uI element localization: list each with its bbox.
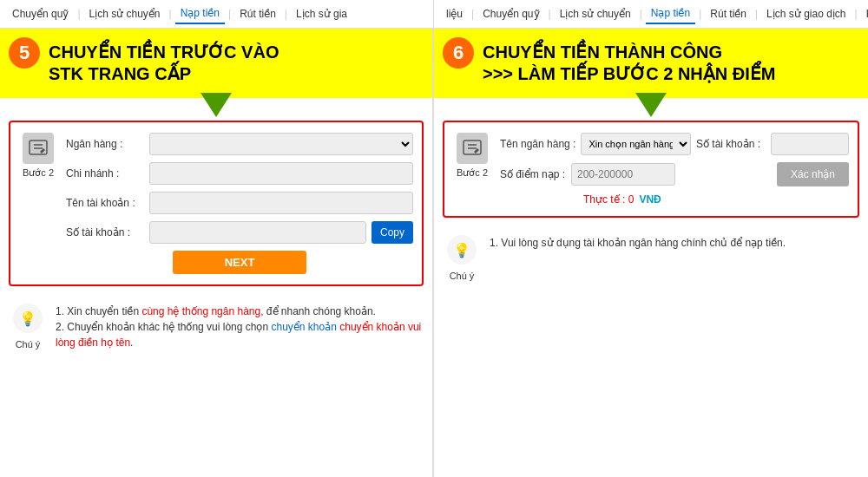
right-arrow-container xyxy=(434,93,868,117)
svg-rect-0 xyxy=(30,140,47,154)
right-panel: 6 CHUYỂN TIỀN THÀNH CÔNG>>> LÀM TIẾP BƯỚ… xyxy=(434,29,868,477)
left-step-form: Ngân hàng : Chi nhánh : Tên tài khoản : xyxy=(66,133,413,274)
right-step-form: Tên ngân hàng : Xin chọn ngân hàng Số tà… xyxy=(500,133,849,206)
thuc-te-label: Thực tế : 0 xyxy=(583,193,634,206)
chi-nhanh-row: Chi nhánh : xyxy=(66,162,413,185)
ten-tai-khoan-row: Tên tài khoản : xyxy=(66,192,413,214)
ten-tai-khoan-input[interactable] xyxy=(149,192,413,214)
left-arrow-container xyxy=(0,93,432,117)
main-content: 5 CHUYỂN TIỀN TRƯỚC VÀOSTK TRANG CẤP Bướ… xyxy=(0,29,868,477)
xac-nhan-button[interactable]: Xác nhận xyxy=(777,162,849,186)
nav-rut-tien-right[interactable]: Rút tiền xyxy=(705,4,752,23)
right-so-tai-khoan-input[interactable] xyxy=(771,133,849,155)
left-step-circle: 5 xyxy=(9,37,40,69)
so-tai-khoan-label: Số tài khoản : xyxy=(66,226,144,238)
ngan-hang-select[interactable] xyxy=(149,133,413,155)
right-arrow-down-icon xyxy=(635,93,667,117)
nav-lieu-right[interactable]: liệu xyxy=(441,4,468,23)
right-step-icon xyxy=(457,133,488,164)
right-step-circle: 6 xyxy=(443,37,474,69)
nav-chuyen-quy-left[interactable]: Chuyển quỹ xyxy=(7,4,74,23)
right-notes-label: Chú ý xyxy=(450,271,475,281)
so-tai-khoan-input[interactable] xyxy=(149,221,366,244)
svg-rect-3 xyxy=(464,140,481,154)
nav-lich-su-gia-left[interactable]: Lịch sử gia xyxy=(291,4,352,23)
nav-nap-tien-right[interactable]: Nạp tiền xyxy=(646,3,695,24)
left-step-icon xyxy=(23,133,54,164)
right-hero-text: CHUYỂN TIỀN THÀNH CÔNG>>> LÀM TIẾP BƯỚC … xyxy=(483,42,775,85)
ngan-hang-label: Ngân hàng : xyxy=(66,138,144,150)
right-step-icon-col: Bước 2 xyxy=(453,133,491,179)
so-tai-khoan-row: Số tài khoản : Copy xyxy=(66,221,413,244)
right-ten-ngan-hang-label: Tên ngân hàng : xyxy=(500,138,575,150)
right-so-tai-khoan-label: Số tài khoản : xyxy=(696,138,766,150)
nav-lich-su-giao-dich-right[interactable]: Lịch sử giao dịch xyxy=(761,4,851,23)
left-nav: Chuyển quỹ | Lịch sử chuyển | Nạp tiền |… xyxy=(0,0,434,28)
vnd-label: VNĐ xyxy=(639,193,661,206)
left-panel: 5 CHUYỂN TIỀN TRƯỚC VÀOSTK TRANG CẤP Bướ… xyxy=(0,29,434,477)
chi-nhanh-input[interactable] xyxy=(149,162,413,185)
next-button[interactable]: NEXT xyxy=(173,251,307,274)
right-so-diem-nap-label: Số điểm nạp : xyxy=(500,168,566,180)
left-notes-label: Chú ý xyxy=(16,339,41,350)
right-notes-section: 💡 Chú ý 1. Vui lòng sử dụng tài khoản ng… xyxy=(434,226,868,477)
right-so-diem-nap-input[interactable] xyxy=(571,163,675,186)
right-notes-text: 1. Vui lòng sử dụng tài khoản ngân hàng … xyxy=(490,235,859,251)
left-arrow-down-icon xyxy=(201,93,232,117)
left-hero-text: CHUYỂN TIỀN TRƯỚC VÀOSTK TRANG CẤP xyxy=(49,42,279,85)
left-step-section: Bước 2 Ngân hàng : Chi nhánh : Tên tài xyxy=(9,121,424,286)
left-step-icon-col: Bước 2 xyxy=(19,133,57,179)
nav-lich-su-chuyen-right[interactable]: Lịch sử chuyển xyxy=(555,4,636,23)
right-hero-banner: 6 CHUYỂN TIỀN THÀNH CÔNG>>> LÀM TIẾP BƯỚ… xyxy=(434,29,868,98)
left-notes-text: 1. Xin chuyển tiền cùng hệ thống ngân hà… xyxy=(56,304,424,350)
nav-nap-tien-left[interactable]: Nạp tiền xyxy=(175,3,225,24)
left-hero-banner: 5 CHUYỂN TIỀN TRƯỚC VÀOSTK TRANG CẤP xyxy=(0,29,432,98)
nav-khuyen-mai-right[interactable]: Khuyến mãi xyxy=(861,4,868,23)
left-notes-icon: 💡 xyxy=(13,304,43,333)
right-step-label: Bước 2 xyxy=(457,167,488,179)
right-step-section: Bước 2 Tên ngân hàng : Xin chọn ngân hàn… xyxy=(443,121,859,218)
top-navigation: Chuyển quỹ | Lịch sử chuyển | Nạp tiền |… xyxy=(0,0,868,29)
right-nav: liệu | Chuyển quỹ | Lịch sử chuyển | Nạp… xyxy=(434,0,868,28)
nav-chuyen-quy-right[interactable]: Chuyển quỹ xyxy=(477,4,544,23)
left-step-label: Bước 2 xyxy=(23,167,54,179)
left-notes-section: 💡 Chú ý 1. Xin chuyển tiền cùng hệ thống… xyxy=(0,295,432,477)
note-chuyen-khoan-link: chuyển khoản xyxy=(271,321,336,333)
nav-lich-su-chuyen-left[interactable]: Lịch sử chuyển xyxy=(84,4,166,23)
note-chuyen-khoan2-link: chuyển khoản vui lòng điền họ tên xyxy=(56,321,421,349)
chi-nhanh-label: Chi nhánh : xyxy=(66,167,144,180)
right-ngan-hang-select[interactable]: Xin chọn ngân hàng xyxy=(581,133,691,155)
right-notes-icon: 💡 xyxy=(447,235,477,265)
ngan-hang-row: Ngân hàng : xyxy=(66,133,413,155)
nav-rut-tien-left[interactable]: Rút tiền xyxy=(234,4,281,23)
thuc-te-row: Thực tế : 0 VNĐ xyxy=(583,193,849,206)
note-cung-he-thong-link: cùng hệ thống ngân hàng xyxy=(141,305,260,317)
right-so-diem-nap-row: Số điểm nạp : Xác nhận xyxy=(500,162,849,186)
copy-button[interactable]: Copy xyxy=(372,221,413,244)
right-ngan-hang-row: Tên ngân hàng : Xin chọn ngân hàng Số tà… xyxy=(500,133,849,155)
ten-tai-khoan-label: Tên tài khoản : xyxy=(66,197,144,209)
